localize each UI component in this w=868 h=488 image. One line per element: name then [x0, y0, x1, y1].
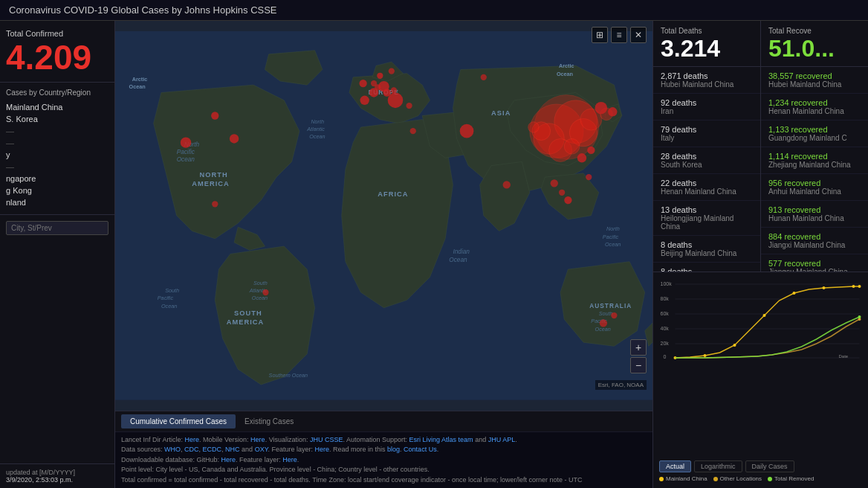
chart-tab-actual[interactable]: Actual [659, 460, 691, 472]
ecdc-link[interactable]: ECDC [203, 446, 222, 453]
cases-section: Cases by Country/Region Mainland China S… [0, 83, 114, 215]
death-location: Henan Mainland China [661, 187, 753, 196]
confirmed-label: Total Confirmed [6, 28, 108, 39]
svg-point-65 [481, 74, 487, 80]
map-attribution: Esri, FAO, NOAA [595, 380, 647, 390]
death-list-item: 28 deathsSouth Korea [653, 147, 760, 174]
jhu-link[interactable]: JHU CSSE [310, 436, 343, 443]
feature2-link[interactable]: Here [282, 456, 297, 463]
svg-text:Pacific: Pacific [177, 149, 195, 155]
nhc-link[interactable]: NHC [225, 446, 240, 453]
source-line-5: Total confirmed = total confirmed - tota… [121, 475, 647, 486]
map-tab-existing[interactable]: Existing Cases [236, 414, 302, 428]
map-tool-btn-3[interactable]: ✕ [630, 27, 647, 43]
chart-canvas: 100k 80k 60k 40k 20k 0 [659, 278, 862, 458]
death-count: 13 deaths [661, 205, 753, 214]
lancet-link[interactable]: Here [185, 436, 200, 443]
map-tab-cumulative[interactable]: Cumulative Confirmed Cases [121, 414, 236, 428]
svg-point-55 [230, 134, 239, 143]
filter-section [0, 215, 114, 463]
svg-text:NORTH: NORTH [200, 171, 228, 179]
legend-china: Mainland China [659, 475, 707, 482]
death-list-item: 22 deathsHenan Mainland China [653, 174, 760, 201]
map-source-bar: Lancet Inf Dir Article: Here. Mobile Ver… [115, 431, 652, 489]
chart-legend: Mainland China Other Locations Total Rem… [659, 475, 862, 482]
list-item[interactable]: nland [6, 196, 108, 208]
svg-text:Ocean: Ocean [161, 303, 177, 309]
svg-point-94 [858, 285, 861, 288]
app-title: Coronavirus COVID-19 Global Cases by Joh… [9, 4, 277, 16]
svg-text:AMERICA: AMERICA [227, 318, 265, 326]
search-input[interactable] [6, 221, 108, 235]
svg-text:ASIA: ASIA [491, 109, 511, 117]
country-list: Mainland China S. Korea — — y — ngapore … [6, 101, 108, 208]
legend-recovered: Total Removed [768, 475, 814, 482]
main-layout: Total Confirmed 4.209 Cases by Country/R… [0, 21, 868, 488]
death-list-item: 92 deathsIran [653, 94, 760, 121]
svg-text:Ocean: Ocean [309, 133, 325, 140]
svg-text:Ocean: Ocean [449, 257, 467, 263]
death-location: Beijing Mainland China [661, 249, 753, 257]
map-container[interactable]: North Pacific Ocean North Atlantic Ocean… [115, 21, 652, 411]
svg-text:40k: 40k [661, 326, 670, 331]
list-item[interactable]: — [6, 125, 108, 137]
svg-text:South: South [599, 310, 613, 317]
world-map-svg: North Pacific Ocean North Atlantic Ocean… [115, 21, 652, 411]
svg-text:Pacific: Pacific [603, 234, 619, 240]
cdc-link[interactable]: CDC [184, 446, 199, 453]
map-tool-btn-2[interactable]: ≡ [611, 27, 627, 43]
svg-text:North: North [606, 225, 620, 232]
mobile-link[interactable]: Here [250, 436, 265, 443]
svg-point-92 [823, 286, 826, 289]
oxy-link[interactable]: OXY [255, 446, 268, 453]
esri-link[interactable]: Esri Living Atlas team [409, 436, 473, 443]
confirmed-number: 4.209 [6, 40, 108, 74]
list-item[interactable]: — [6, 137, 108, 149]
recovered-count: 577 recovered [768, 259, 861, 268]
jhu-apl-link[interactable]: JHU APL [488, 436, 516, 443]
recovered-count: 1,234 recovered [768, 98, 861, 107]
death-list-item: 8 deathsKing County, WA US [653, 263, 760, 272]
github-link[interactable]: Here [221, 456, 236, 463]
list-item[interactable]: Mainland China [6, 101, 108, 113]
who-link[interactable]: WHO [164, 446, 181, 453]
recovered-location: Anhui Mainland China [768, 187, 861, 196]
svg-point-52 [383, 89, 390, 96]
svg-point-66 [577, 153, 586, 162]
feature-link[interactable]: Here [315, 446, 330, 453]
legend-other: Other Locations [713, 475, 762, 482]
recovered-location: Zhejiang Mainland China [768, 161, 861, 169]
source-line-1: Lancet Inf Dir Article: Here. Mobile Ver… [121, 435, 647, 446]
contact-link[interactable]: Contact Us [404, 446, 437, 453]
total-recovered-block: Total Recove 51.0... [761, 21, 868, 66]
chart-tabs: Actual Logarithmic Daily Cases [659, 460, 862, 472]
list-item[interactable]: — [6, 161, 108, 173]
chart-tab-logarithmic[interactable]: Logarithmic [694, 460, 742, 472]
list-item[interactable]: ngapore [6, 173, 108, 184]
svg-point-89 [733, 344, 736, 347]
svg-text:Arctic: Arctic [559, 62, 574, 69]
recovered-number: 51.0... [768, 36, 861, 60]
svg-text:100k: 100k [661, 281, 673, 286]
map-tool-btn-1[interactable]: ⊞ [592, 27, 608, 43]
svg-point-56 [211, 112, 218, 119]
list-item[interactable]: S. Korea [6, 113, 108, 125]
list-item[interactable]: y [6, 149, 108, 161]
recovered-count: 1,133 recovered [768, 125, 861, 134]
svg-point-59 [551, 179, 558, 187]
death-list-item: 2,871 deathsHubei Mainland China [653, 67, 760, 94]
death-location: Hubei Mainland China [661, 80, 753, 89]
source-line-2: Data sources: WHO, CDC, ECDC, NHC and OX… [121, 445, 647, 455]
chart-tab-daily[interactable]: Daily Cases [745, 460, 794, 472]
zoom-in-button[interactable]: + [630, 339, 647, 356]
recovered-label: Total Recove [768, 27, 861, 35]
recovered-list: 38,557 recoveredHubei Mainland China1,23… [761, 67, 868, 272]
map-zoom-controls: + − [630, 339, 647, 373]
svg-point-43 [528, 122, 539, 132]
svg-point-57 [410, 128, 416, 134]
zoom-out-button[interactable]: − [630, 357, 647, 373]
svg-text:SOUTH: SOUTH [234, 309, 262, 317]
blog-link[interactable]: blog [387, 446, 400, 453]
list-item[interactable]: g Kong [6, 184, 108, 196]
svg-point-47 [460, 124, 474, 138]
